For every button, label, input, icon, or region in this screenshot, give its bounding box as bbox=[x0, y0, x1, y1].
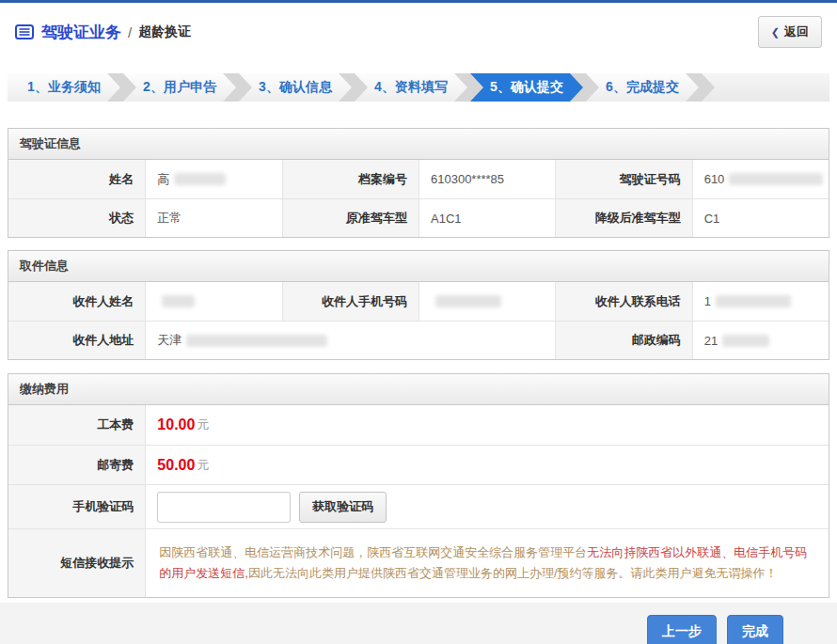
section-pickup-title: 取件信息 bbox=[8, 251, 829, 282]
step-tabs-filler bbox=[702, 73, 829, 102]
redacted-license-number bbox=[729, 173, 823, 185]
value-recipient-address-text: 天津 bbox=[157, 332, 182, 349]
value-status: 正常 bbox=[145, 198, 281, 237]
value-postage-fee: 50.00 元 bbox=[145, 445, 829, 484]
section-license-title: 驾驶证信息 bbox=[8, 129, 829, 160]
tab-step-6-done[interactable]: 6、完成提交 bbox=[586, 73, 699, 102]
tab-step-2-declare[interactable]: 2、用户申告 bbox=[123, 73, 236, 102]
label-recipient-name: 收件人姓名 bbox=[8, 282, 145, 321]
redacted-recipient-phone bbox=[716, 295, 791, 307]
label-postage-fee: 邮寄费 bbox=[8, 445, 145, 484]
production-fee-amount: 10.00 bbox=[157, 416, 195, 433]
section-fees: 缴纳费用 工本费 10.00 元 邮寄费 50.00 元 手机验证码 获取验证码… bbox=[8, 373, 829, 598]
tab-step-1-notice[interactable]: 1、业务须知 bbox=[8, 73, 120, 102]
value-recipient-name bbox=[145, 282, 281, 321]
sms-notice-text: 因陕西省联通、电信运营商技术问题，陕西省互联网交通安全综合服务管理平台无法向持陕… bbox=[159, 542, 815, 584]
label-sms-notice: 短信接收提示 bbox=[8, 528, 145, 597]
label-recipient-address: 收件人地址 bbox=[8, 321, 145, 359]
redacted-name bbox=[174, 173, 226, 185]
sms-notice-segment-3: 因此无法向此类用户提供陕西省交通管理业务的网上办理/预约等服务。请此类用户避免无… bbox=[248, 566, 778, 580]
label-recipient-phone: 收件人联系电话 bbox=[555, 282, 691, 321]
back-chevron-icon: ❮ bbox=[771, 26, 780, 39]
breadcrumb-current: 超龄换证 bbox=[138, 24, 191, 40]
sms-code-row: 获取验证码 bbox=[145, 484, 829, 528]
postage-fee-unit: 元 bbox=[197, 457, 209, 474]
label-postal-code: 邮政编码 bbox=[555, 321, 691, 359]
page-title: 驾驶证业务 bbox=[41, 22, 121, 43]
redacted-recipient-name bbox=[162, 295, 195, 307]
label-downgraded-class: 降级后准驾车型 bbox=[555, 198, 691, 237]
breadcrumb-separator: / bbox=[128, 24, 132, 40]
redacted-postal-code bbox=[722, 335, 769, 347]
value-recipient-phone-text: 1 bbox=[704, 294, 711, 308]
license-info-table: 姓名 高 档案编号 610300****85 驾驶证号码 610 状态 正常 原… bbox=[8, 160, 829, 237]
section-license-info: 驾驶证信息 姓名 高 档案编号 610300****85 驾驶证号码 610 状… bbox=[8, 128, 829, 238]
page-header: 驾驶证业务 / 超龄换证 ❮ 返回 bbox=[0, 3, 837, 60]
value-recipient-phone: 1 bbox=[692, 282, 829, 321]
value-original-class: A1C1 bbox=[418, 198, 555, 237]
back-button-label: 返回 bbox=[784, 24, 809, 40]
value-downgraded-class: C1 bbox=[692, 198, 829, 237]
fees-table: 工本费 10.00 元 邮寄费 50.00 元 手机验证码 获取验证码 短信接收… bbox=[8, 405, 829, 597]
postage-fee-amount: 50.00 bbox=[157, 457, 195, 474]
sms-code-input[interactable] bbox=[157, 492, 291, 523]
value-license-number-text: 610 bbox=[704, 172, 725, 186]
sms-notice-segment-1: 因陕西省联通、电信运营商技术问题，陕西省互联网交通安全综合服务管理平台 bbox=[159, 545, 587, 559]
step-tabs: 1、业务须知 2、用户申告 3、确认信息 4、资料填写 5、确认提交 6、完成提… bbox=[8, 73, 829, 102]
previous-step-button[interactable]: 上一步 bbox=[647, 615, 717, 644]
back-button[interactable]: ❮ 返回 bbox=[758, 16, 822, 48]
production-fee-unit: 元 bbox=[197, 416, 209, 433]
label-archive-number: 档案编号 bbox=[282, 160, 418, 198]
value-archive-number: 610300****85 bbox=[418, 160, 555, 198]
label-name: 姓名 bbox=[8, 160, 145, 198]
footer-action-bar: 上一步 完成 bbox=[0, 603, 837, 644]
label-license-number: 驾驶证号码 bbox=[555, 160, 691, 198]
redacted-recipient-mobile bbox=[435, 295, 501, 307]
finish-button[interactable]: 完成 bbox=[727, 615, 783, 644]
value-postal-code: 21 bbox=[692, 321, 829, 359]
section-pickup-info: 取件信息 收件人姓名 收件人手机号码 收件人联系电话 1 收件人地址 天津 邮政… bbox=[8, 250, 829, 360]
value-production-fee: 10.00 元 bbox=[145, 405, 829, 445]
tab-step-5-confirm-submit[interactable]: 5、确认提交 bbox=[470, 73, 583, 102]
value-postal-code-text: 21 bbox=[704, 334, 718, 348]
pickup-info-table: 收件人姓名 收件人手机号码 收件人联系电话 1 收件人地址 天津 邮政编码 21 bbox=[8, 282, 829, 359]
label-recipient-mobile: 收件人手机号码 bbox=[282, 282, 418, 321]
value-license-number: 610 bbox=[692, 160, 829, 198]
label-status: 状态 bbox=[8, 198, 145, 237]
sms-notice: 因陕西省联通、电信运营商技术问题，陕西省互联网交通安全综合服务管理平台无法向持陕… bbox=[145, 528, 829, 597]
section-fees-title: 缴纳费用 bbox=[8, 374, 829, 405]
tab-step-4-fill-data[interactable]: 4、资料填写 bbox=[355, 73, 467, 102]
value-recipient-mobile bbox=[418, 282, 555, 321]
value-recipient-address: 天津 bbox=[145, 321, 555, 359]
license-service-icon bbox=[15, 24, 34, 39]
label-original-class: 原准驾车型 bbox=[282, 198, 418, 237]
get-code-button[interactable]: 获取验证码 bbox=[299, 492, 387, 523]
label-production-fee: 工本费 bbox=[8, 405, 145, 445]
redacted-recipient-address bbox=[186, 335, 327, 347]
value-name: 高 bbox=[145, 160, 281, 198]
tab-step-3-confirm-info[interactable]: 3、确认信息 bbox=[239, 73, 352, 102]
value-name-text: 高 bbox=[157, 171, 169, 188]
label-sms-code: 手机验证码 bbox=[8, 484, 145, 528]
